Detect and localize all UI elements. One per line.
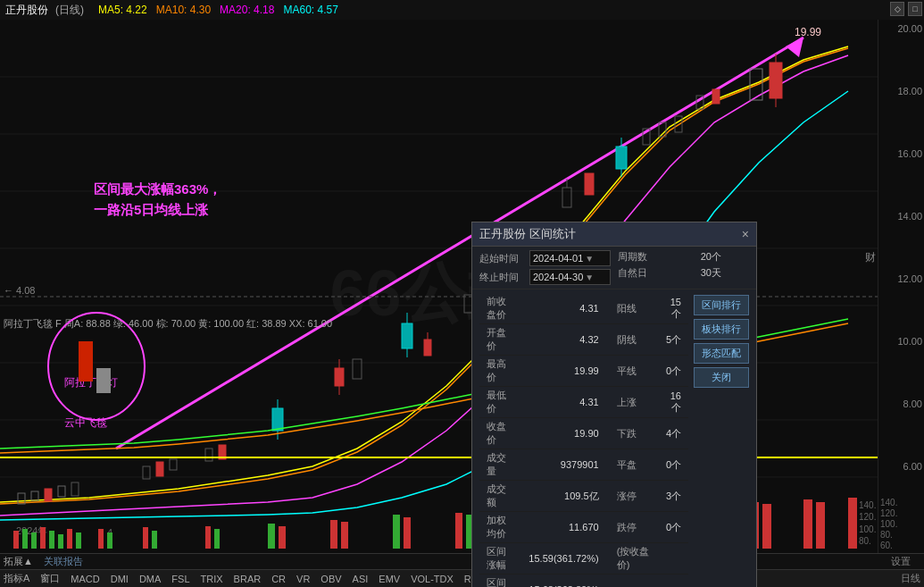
price-tick-6: 6.00 [880,461,922,472]
low-value: 4.31 [521,387,605,418]
svg-rect-76 [205,526,211,549]
timeframe: (日线) [55,3,84,18]
bottom-tab-emv[interactable]: EMV [379,574,400,584]
pattern-match-button[interactable]: 形态匹配 [694,343,749,364]
bottom-tab-macd[interactable]: MACD [71,574,99,584]
svg-point-60 [48,313,145,420]
price-axis: 20.00 18.00 16.00 14.00 12.00 10.00 8.00… [878,20,924,538]
price-tick-10: 10.00 [880,336,922,347]
bottom-tab-trix[interactable]: TRIX [201,574,223,584]
bottom-tab-fsl[interactable]: FSL [171,574,189,584]
dialog-close-button[interactable]: × [742,228,749,240]
bottom-tab-indicators[interactable]: 指标A [4,572,29,585]
dialog-titlebar: 正丹股份 区间统计 × [472,222,756,247]
corner-icons: ◇ □ [890,2,922,16]
cycle-count-row: 周期数 20个 [618,250,749,264]
close-price-note-value [657,543,688,574]
svg-rect-67 [40,527,46,549]
svg-rect-61 [79,341,93,382]
close-label: 收盘价 [479,418,521,449]
svg-rect-71 [76,532,81,549]
amount-value: 109.5亿 [521,481,605,512]
flat2-label: 平盘 [606,449,657,481]
svg-rect-82 [393,515,400,549]
svg-rect-23 [335,368,344,386]
bottom-tab-obv[interactable]: OBV [320,574,341,584]
flat-value: 0个 [657,356,688,387]
down-label: 下跌 [606,418,657,449]
bottom-tab-cr[interactable]: CR [271,574,286,584]
bottom-tab-window[interactable]: 窗口 [40,572,60,585]
prev-close-value: 4.31 [521,293,605,324]
down-value: 4个 [657,418,688,449]
bottom-tab-dma[interactable]: DMA [139,574,161,584]
price-tick-12: 12.00 [880,273,922,284]
end-time-label: 终止时间 [479,271,526,284]
yin-label: 阴线 [606,324,657,356]
svg-rect-39 [585,173,594,195]
svg-rect-69 [58,534,63,549]
sector-rank-button[interactable]: 板块排行 [694,319,749,340]
svg-rect-100 [848,498,857,549]
bottom-tab-dmi[interactable]: DMI [111,574,129,584]
top-bar: 正丹股份 (日线) MA5: 4.22 MA10: 4.30 MA20: 4.1… [0,0,924,20]
bottom-tab-asi[interactable]: ASI [353,574,369,584]
svg-rect-81 [341,522,348,549]
svg-rect-68 [49,531,54,549]
range-rank-button[interactable]: 区间排行 [694,295,749,315]
svg-text:区间最大涨幅363%，: 区间最大涨幅363%， [94,181,221,197]
table-row: 加权均价 11.670 跌停 0个 [479,512,688,543]
table-row: 区间涨幅 15.59(361.72%) (按收盘价) [479,543,688,574]
bottom-tab-voltdx[interactable]: VOL-TDX [411,574,454,584]
svg-rect-65 [22,529,28,549]
range-change-value: 15.59(361.72%) [521,543,605,574]
svg-rect-14 [71,482,79,496]
end-time-input[interactable]: 2024-04-30 ▼ [529,269,611,285]
svg-rect-40 [616,147,627,169]
avg-price-value: 11.670 [521,512,605,543]
svg-rect-47 [712,89,720,104]
svg-text:80.: 80. [859,536,871,546]
corner-icon-2[interactable]: □ [908,2,922,16]
svg-rect-73 [107,532,112,549]
close-dialog-button[interactable]: 关闭 [694,367,749,388]
svg-rect-99 [816,502,825,549]
svg-rect-72 [98,529,104,549]
range-change-label: 区间涨幅 [479,543,521,574]
svg-text:19.99: 19.99 [795,26,821,38]
limit-up-value: 3个 [657,481,688,512]
table-row: 成交量 9379901 平盘 0个 [479,449,688,481]
svg-text:140.: 140. [859,500,876,510]
svg-rect-62 [96,368,111,393]
range-amplitude-value: 15.68(363.80%) [521,574,605,588]
prev-close-label: 前收盘价 [479,293,521,324]
svg-rect-49 [770,63,782,98]
start-time-input[interactable]: 2024-04-01 ▼ [529,250,611,266]
flat-label: 平线 [606,356,657,387]
bottom-tab-vr[interactable]: VR [296,574,310,584]
corner-icon-1[interactable]: ◇ [890,2,904,16]
svg-rect-16 [156,462,163,476]
svg-rect-75 [152,531,157,549]
svg-rect-20 [272,408,283,431]
ma20-label: MA20: 4.18 [220,4,274,16]
high-label: 最高价 [479,356,521,387]
yin-value: 5个 [657,324,688,356]
svg-rect-79 [279,526,286,549]
svg-rect-74 [143,527,148,549]
svg-rect-17 [170,459,177,470]
bottom-tab-brar[interactable]: BRAR [234,574,262,584]
stock-name: 正丹股份 [5,3,48,18]
svg-text:← 4.08: ← 4.08 [4,285,35,296]
limit-down-value: 0个 [657,512,688,543]
bottom-right-daily[interactable]: 日线 [901,572,920,585]
settings-btn[interactable]: 设置 [891,555,911,568]
natural-days-row: 自然日 30天 [618,266,749,280]
price-tick-20: 20.00 [880,23,922,34]
data-table-section: 前收盘价 4.31 阳线 15个 开盘价 4.32 阴线 5个 最高价 19.9… [479,293,688,587]
expand-button[interactable]: 拓展▲ [4,555,33,568]
related-reports[interactable]: 关联报告 [44,555,83,568]
settings-bar: 设置 [878,553,924,569]
svg-rect-26 [353,359,362,379]
svg-rect-70 [67,529,72,549]
